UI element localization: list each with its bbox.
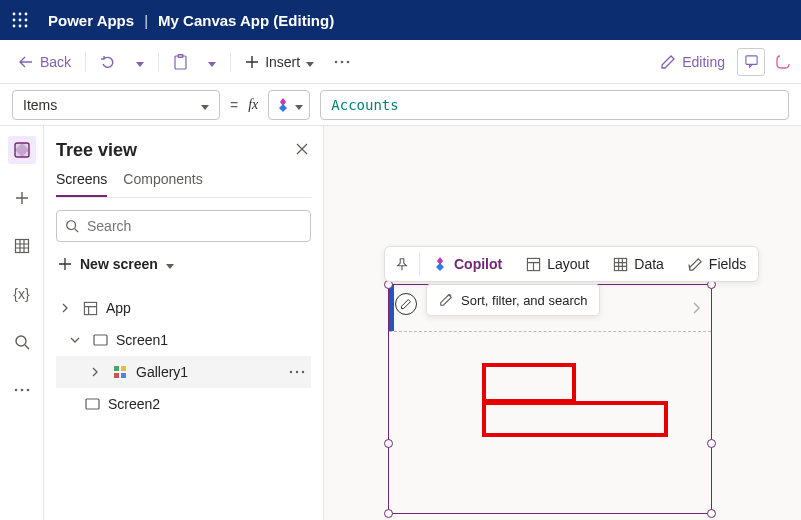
copilot-button[interactable] (773, 48, 793, 76)
svg-rect-14 (745, 56, 756, 64)
svg-point-20 (20, 389, 23, 392)
svg-point-11 (335, 60, 338, 63)
separator (230, 52, 231, 72)
screen-icon (92, 334, 108, 346)
property-selector[interactable]: Items (12, 90, 220, 120)
tree-tabs: Screens Components (56, 171, 311, 198)
resize-handle[interactable] (384, 439, 393, 448)
rail-insert[interactable] (8, 184, 36, 212)
overflow-button[interactable] (324, 46, 360, 78)
paste-dropdown[interactable] (198, 46, 226, 78)
tree-item-label: Screen1 (116, 332, 168, 348)
svg-point-22 (67, 221, 76, 230)
tree-search[interactable] (56, 210, 311, 242)
svg-point-18 (16, 336, 26, 346)
equals-label: = (230, 97, 238, 113)
chevron-down-icon (208, 54, 216, 70)
pill-copilot-label: Copilot (454, 256, 502, 272)
separator (158, 52, 159, 72)
svg-rect-23 (84, 302, 96, 314)
fx-brand-dropdown[interactable] (268, 90, 310, 120)
tree-item-screen2[interactable]: Screen2 (56, 388, 311, 420)
rail-variables[interactable]: {x} (8, 280, 36, 308)
svg-point-13 (347, 60, 350, 63)
data-icon (613, 257, 628, 272)
main-area: {x} Tree view Screens Components New scr… (0, 126, 801, 520)
svg-rect-27 (114, 373, 119, 378)
resize-handle[interactable] (384, 509, 393, 518)
editing-mode-button[interactable]: Editing (660, 54, 737, 70)
pill-fields-label: Fields (709, 256, 746, 272)
tree-item-gallery1[interactable]: Gallery1 (56, 356, 311, 388)
tree-item-app[interactable]: App (56, 292, 311, 324)
svg-point-1 (19, 13, 22, 16)
copilot-icon (432, 256, 448, 272)
pill-copilot[interactable]: Copilot (420, 247, 514, 281)
app-icon (82, 301, 98, 316)
new-screen-label: New screen (80, 256, 158, 272)
svg-point-2 (25, 13, 28, 16)
pin-button[interactable] (385, 257, 419, 271)
pill-sort-label: Sort, filter, and search (461, 293, 587, 308)
svg-point-6 (13, 25, 16, 28)
resize-handle[interactable] (707, 509, 716, 518)
paste-button[interactable] (163, 46, 198, 78)
gallery-selection[interactable] (388, 284, 712, 514)
tree-search-input[interactable] (87, 218, 302, 234)
comments-button[interactable] (737, 48, 765, 76)
svg-point-30 (296, 371, 298, 373)
copilot-icon (275, 97, 291, 113)
pill-fields[interactable]: Fields (676, 247, 758, 281)
back-button[interactable]: Back (8, 46, 81, 78)
document-name: My Canvas App (Editing) (158, 12, 334, 29)
row-separator (389, 331, 711, 332)
formula-bar: Items = fx (0, 84, 801, 126)
undo-button[interactable] (90, 46, 126, 78)
pill-data-label: Data (634, 256, 664, 272)
wand-icon (439, 293, 453, 307)
svg-rect-28 (121, 373, 126, 378)
formula-input[interactable] (331, 97, 778, 113)
chevron-down-icon (136, 54, 144, 70)
svg-point-21 (26, 389, 29, 392)
svg-rect-17 (15, 240, 28, 253)
app-launcher-icon[interactable] (0, 0, 40, 40)
layout-icon (526, 257, 541, 272)
pill-data[interactable]: Data (601, 247, 676, 281)
insert-label: Insert (265, 54, 300, 70)
resize-handle[interactable] (707, 439, 716, 448)
rail-more[interactable] (8, 376, 36, 404)
pill-layout[interactable]: Layout (514, 247, 601, 281)
plus-icon (58, 257, 72, 271)
svg-point-5 (25, 19, 28, 22)
rail-tree-view[interactable] (8, 136, 36, 164)
undo-dropdown[interactable] (126, 46, 154, 78)
tab-screens[interactable]: Screens (56, 171, 107, 197)
title-bar: Power Apps | My Canvas App (Editing) (0, 0, 801, 40)
svg-point-12 (341, 60, 344, 63)
new-screen-button[interactable]: New screen (56, 252, 311, 276)
svg-point-7 (19, 25, 22, 28)
pill-sort-filter-search[interactable]: Sort, filter, and search (426, 284, 600, 316)
close-button[interactable] (295, 142, 309, 156)
rail-data[interactable] (8, 232, 36, 260)
fields-icon (688, 257, 703, 272)
svg-point-31 (302, 371, 304, 373)
chevron-down-icon (201, 97, 209, 113)
property-name: Items (23, 97, 57, 113)
svg-rect-32 (86, 399, 99, 409)
tree-item-screen1[interactable]: Screen1 (56, 324, 311, 356)
insert-button[interactable]: Insert (235, 46, 324, 78)
rail-search[interactable] (8, 328, 36, 356)
gallery-icon (112, 365, 128, 379)
tree-item-label: Screen2 (108, 396, 160, 412)
tree-item-more[interactable] (289, 370, 305, 374)
svg-point-8 (25, 25, 28, 28)
tab-components[interactable]: Components (123, 171, 202, 197)
design-canvas[interactable]: Copilot Layout Data Fields (324, 126, 801, 520)
chevron-right-icon (90, 367, 104, 377)
command-bar: Back Insert Editing (0, 40, 801, 84)
svg-point-4 (19, 19, 22, 22)
separator (85, 52, 86, 72)
pill-layout-label: Layout (547, 256, 589, 272)
